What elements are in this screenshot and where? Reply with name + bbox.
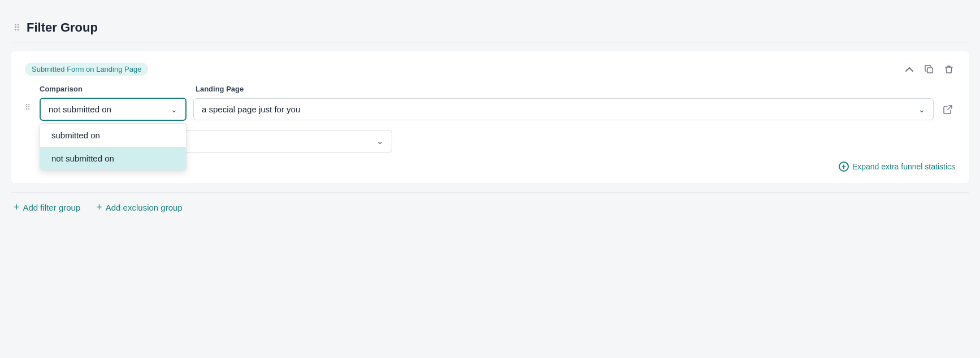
fields-labels: Comparison Landing Page: [40, 85, 955, 93]
collapse-button[interactable]: [903, 64, 916, 75]
copy-button[interactable]: [922, 63, 936, 76]
add-filter-group-button[interactable]: + Add filter group: [14, 202, 80, 213]
landing-page-chevron-icon: ⌄: [918, 105, 925, 114]
expand-plus-icon: +: [839, 161, 849, 172]
add-exclusion-group-button[interactable]: + Add exclusion group: [96, 202, 182, 213]
drag-handle-icon[interactable]: ⠿: [14, 23, 21, 33]
filter-row: ⠿ Comparison Landing Page not submitted …: [25, 85, 955, 172]
second-select-wrapper: ⌄: [166, 130, 392, 152]
second-select[interactable]: ⌄: [166, 130, 392, 152]
filter-group-header: ⠿ Filter Group: [11, 11, 969, 42]
comparison-label: Comparison: [40, 85, 187, 93]
divider: [11, 42, 969, 42]
external-link-button[interactable]: [940, 102, 955, 117]
comparison-dropdown: submitted on not submitted on: [40, 123, 187, 171]
landing-page-label: Landing Page: [196, 85, 955, 93]
landing-page-select-wrapper: a special page just for you ⌄: [193, 98, 934, 120]
second-select-chevron-icon: ⌄: [376, 136, 384, 146]
dropdown-item-submitted-on[interactable]: submitted on: [40, 124, 186, 147]
expand-funnel-link[interactable]: + Expand extra funnel statistics: [839, 161, 955, 172]
page-title: Filter Group: [27, 20, 98, 35]
add-exclusion-plus-icon: +: [96, 202, 102, 213]
page-wrapper: ⠿ Filter Group Submitted Form on Landing…: [11, 11, 969, 222]
filter-tag: Submitted Form on Landing Page: [25, 63, 148, 76]
landing-page-select[interactable]: a special page just for you ⌄: [193, 98, 934, 120]
delete-button[interactable]: [943, 63, 955, 76]
fields-container: Comparison Landing Page not submitted on…: [40, 85, 955, 172]
filter-card: Submitted Form on Landing Page: [11, 51, 969, 183]
expand-label: Expand extra funnel statistics: [852, 162, 955, 171]
add-filter-plus-icon: +: [14, 202, 20, 213]
add-filter-label: Add filter group: [23, 203, 81, 212]
row-drag-handle-icon[interactable]: ⠿: [25, 103, 31, 112]
bottom-actions: + Add filter group + Add exclusion group: [11, 193, 969, 222]
card-actions: [903, 63, 955, 76]
comparison-select-wrapper: not submitted on ⌄ submitted on not subm…: [40, 98, 187, 121]
landing-page-value: a special page just for you: [202, 104, 300, 114]
add-exclusion-label: Add exclusion group: [106, 203, 183, 212]
comparison-value: not submitted on: [49, 104, 111, 114]
svg-rect-0: [927, 68, 933, 73]
comparison-chevron-icon: ⌄: [171, 105, 177, 114]
comparison-select[interactable]: not submitted on ⌄: [40, 98, 187, 121]
dropdown-item-not-submitted-on[interactable]: not submitted on: [40, 147, 186, 170]
fields-inputs: not submitted on ⌄ submitted on not subm…: [40, 98, 955, 121]
